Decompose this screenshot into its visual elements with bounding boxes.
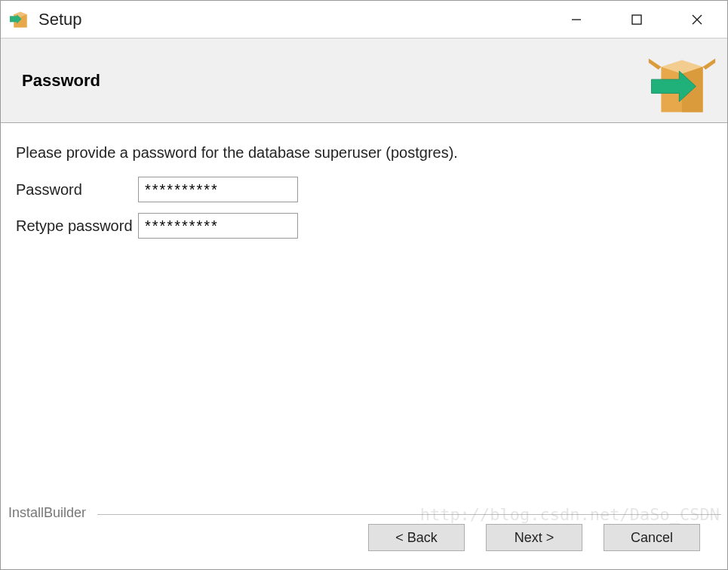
- installbuilder-label: InstallBuilder: [5, 505, 89, 521]
- svg-rect-6: [632, 15, 641, 24]
- window-controls: [546, 1, 727, 39]
- retype-password-row: Retype password: [16, 213, 712, 239]
- app-icon: [10, 9, 31, 30]
- back-button[interactable]: < Back: [368, 524, 465, 551]
- titlebar: Setup: [1, 1, 727, 39]
- window-title: Setup: [38, 10, 546, 29]
- button-bar: < Back Next > Cancel: [16, 515, 712, 565]
- page-title: Password: [22, 71, 100, 91]
- svg-marker-12: [649, 58, 662, 69]
- password-row: Password: [16, 177, 712, 202]
- cancel-button[interactable]: Cancel: [604, 524, 700, 551]
- next-button[interactable]: Next >: [486, 524, 582, 551]
- password-label: Password: [16, 181, 138, 199]
- setup-window: Setup Password: [0, 0, 728, 570]
- instruction-text: Please provide a password for the databa…: [16, 144, 712, 162]
- box-arrow-icon: [647, 46, 717, 116]
- minimize-button[interactable]: [546, 1, 607, 39]
- svg-marker-11: [703, 58, 716, 69]
- close-button[interactable]: [667, 1, 727, 39]
- content-area: Please provide a password for the databa…: [1, 123, 727, 569]
- retype-password-input[interactable]: [138, 213, 298, 239]
- spacer: [16, 249, 712, 508]
- page-header: Password: [1, 39, 727, 123]
- footer-group: InstallBuilder < Back Next > Cancel: [16, 514, 712, 565]
- maximize-button[interactable]: [607, 1, 667, 39]
- retype-password-label: Retype password: [16, 217, 138, 235]
- password-input[interactable]: [138, 177, 298, 202]
